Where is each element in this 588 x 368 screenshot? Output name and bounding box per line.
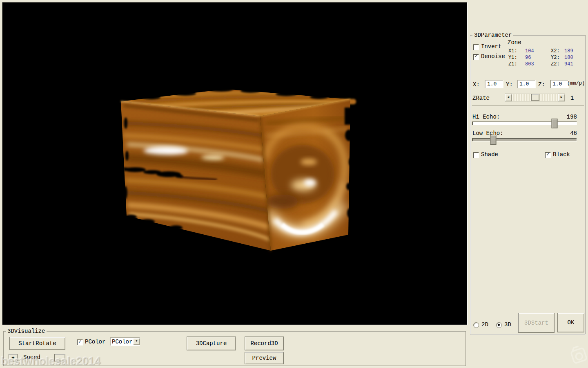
zone-x2-value: 189 [564, 48, 573, 54]
pcolor-checkbox[interactable]: ✓ [77, 339, 83, 346]
speed-label: Speed [23, 355, 40, 361]
zone-x1-label: X1: [508, 48, 517, 54]
pcolor-checkbox-label: PColor [85, 339, 105, 345]
hi-echo-thumb[interactable] [552, 119, 558, 128]
visualize-panel: 3DVisualize StartRotate + Speed - ✓ PCol… [3, 331, 466, 366]
zrate-label: ZRate [472, 95, 490, 101]
window-right-edge [587, 0, 587, 368]
arrow-right-icon: ► [561, 95, 563, 99]
shade-label: Shade [481, 152, 498, 158]
app-window: 3DParameter Invert ✓ Denoise Zone X1: 10… [0, 0, 588, 368]
3dcapture-button[interactable]: 3DCapture [187, 337, 236, 350]
check-icon: ✓ [545, 152, 550, 157]
preview-button[interactable]: Preview [245, 352, 284, 364]
invert-checkbox[interactable] [473, 44, 479, 50]
zone-z1-value: 803 [525, 61, 534, 67]
arrow-left-icon: ◄ [508, 95, 510, 99]
3dstart-button[interactable]: 3DStart [518, 313, 555, 333]
voxel-y-input[interactable]: 1.0 [517, 80, 536, 88]
parameter-panel: 3DParameter Invert ✓ Denoise Zone X1: 10… [470, 35, 586, 334]
black-checkbox[interactable]: ✓ [545, 152, 551, 158]
panel-separator [472, 105, 584, 106]
check-icon: ✓ [77, 339, 82, 344]
zone-z2-value: 941 [564, 61, 573, 67]
zone-y1-value: 96 [525, 55, 531, 61]
zone-y2-value: 180 [564, 55, 573, 61]
ok-button[interactable]: OK [557, 313, 584, 332]
zrate-value: 1 [570, 95, 574, 101]
check-icon: ✓ [473, 54, 479, 59]
mode-3d-radio[interactable] [496, 322, 502, 328]
zrate-right-arrow-button[interactable]: ► [558, 94, 565, 101]
hi-echo-label: Hi Echo: [472, 114, 500, 120]
low-echo-value: 46 [552, 130, 577, 137]
low-echo-label: Low Echo: [472, 130, 503, 137]
speed-minus-button[interactable]: - [54, 354, 65, 361]
voxel-z-input[interactable]: 1.0 [550, 80, 569, 88]
zone-x2-label: X2: [551, 48, 560, 54]
zone-y1-label: Y1: [508, 55, 517, 61]
zone-z1-label: Z1: [508, 61, 517, 67]
zrate-scrollbar[interactable]: ◄ ► [505, 94, 565, 101]
photos-watermark-icon [568, 345, 588, 368]
black-label: Black [553, 152, 570, 158]
render-viewport[interactable] [2, 2, 468, 325]
denoise-label: Denoise [481, 54, 505, 60]
shade-checkbox[interactable] [473, 152, 479, 158]
zone-x1-value: 104 [525, 48, 534, 54]
denoise-checkbox[interactable]: ✓ [473, 54, 479, 60]
hi-echo-slider[interactable] [472, 121, 577, 125]
mode-3d-label: 3D [504, 322, 511, 328]
pcolor-dropdown[interactable]: PColor ▼ [110, 337, 140, 346]
zone-y2-label: Y2: [551, 55, 560, 61]
zrate-thumb[interactable] [531, 94, 539, 101]
pcolor-dropdown-value: PColor [110, 338, 133, 345]
low-echo-thumb[interactable] [490, 135, 497, 145]
zone-title: Zone [508, 40, 521, 46]
low-echo-slider[interactable] [472, 138, 577, 141]
mode-2d-label: 2D [481, 322, 488, 328]
voxel-x-label: X: [473, 82, 480, 88]
start-rotate-button[interactable]: StartRotate [9, 337, 65, 350]
zone-z2-label: Z2: [551, 61, 560, 67]
speed-plus-button[interactable]: + [9, 354, 18, 361]
zrate-left-arrow-button[interactable]: ◄ [505, 94, 512, 101]
voxel-unit-label: (mm/p) [567, 81, 585, 86]
mode-2d-radio[interactable] [473, 322, 479, 328]
parameter-panel-title: 3DParameter [472, 32, 513, 38]
voxel-y-label: Y: [506, 82, 513, 88]
dropdown-arrow-icon[interactable]: ▼ [133, 338, 140, 345]
zrate-track[interactable] [512, 94, 558, 101]
visualize-panel-title: 3DVisualize [6, 328, 47, 334]
voxel-z-label: Z: [538, 82, 545, 88]
ultrasound-volume-render [2, 2, 467, 325]
invert-label: Invert [481, 44, 501, 50]
record3d-button[interactable]: Record3D [245, 337, 284, 350]
voxel-x-input[interactable]: 1.0 [485, 80, 503, 88]
